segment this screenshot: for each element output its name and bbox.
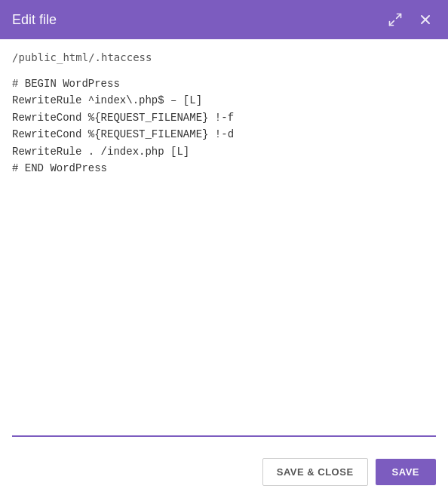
svg-line-1 bbox=[390, 21, 394, 26]
svg-line-0 bbox=[397, 14, 401, 19]
close-button[interactable] bbox=[415, 9, 436, 30]
save-button[interactable]: SAVE bbox=[376, 459, 436, 485]
file-path: /public_html/.htaccess bbox=[12, 51, 436, 63]
modal-body: /public_html/.htaccess bbox=[0, 39, 448, 449]
close-icon bbox=[418, 12, 433, 27]
fullscreen-icon bbox=[388, 12, 403, 27]
save-close-button[interactable]: SAVE & CLOSE bbox=[262, 458, 368, 486]
edit-file-modal: Edit file /public_html/.htaccess bbox=[0, 0, 448, 495]
fullscreen-button[interactable] bbox=[385, 9, 406, 30]
header-actions bbox=[385, 9, 436, 30]
modal-header: Edit file bbox=[0, 0, 448, 39]
code-editor[interactable] bbox=[12, 72, 436, 437]
modal-footer: SAVE & CLOSE SAVE bbox=[0, 449, 448, 495]
modal-title: Edit file bbox=[12, 12, 57, 28]
